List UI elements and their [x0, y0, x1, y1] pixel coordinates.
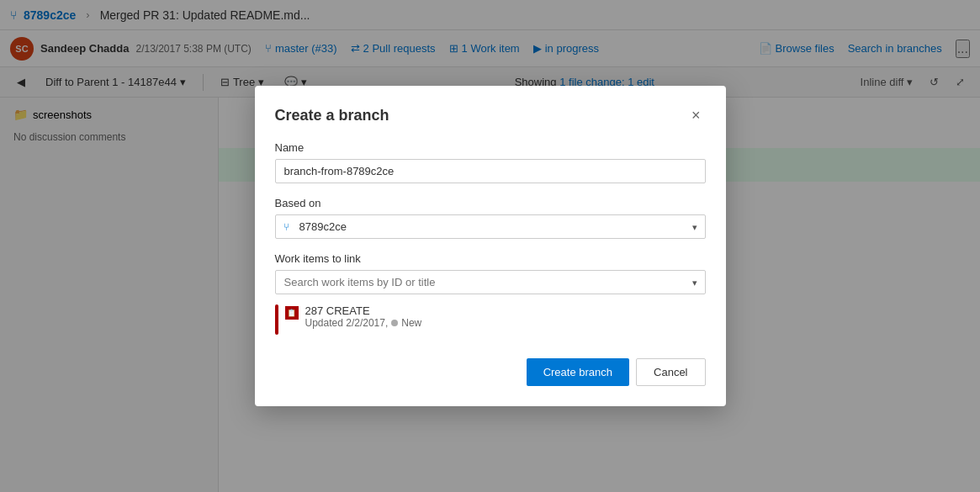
work-item-updated: Updated 2/2/2017, — [305, 317, 389, 329]
work-item-meta: Updated 2/2/2017, New — [305, 317, 422, 329]
modal-footer: Create branch Cancel — [275, 358, 706, 386]
modal-title: Create a branch — [275, 107, 389, 124]
work-item-priority-bar — [275, 304, 278, 335]
work-item-search-input[interactable] — [275, 270, 706, 294]
work-item-type-icon: 📋 — [285, 306, 299, 320]
work-item-title: 287 CREATE — [305, 304, 422, 317]
branch-name-input[interactable] — [275, 159, 706, 183]
name-form-group: Name — [275, 141, 706, 183]
based-on-wrapper: ⑂ 8789c2ce ▾ — [275, 214, 706, 239]
based-on-select[interactable]: 8789c2ce — [275, 214, 706, 239]
work-items-label: Work items to link — [275, 252, 706, 265]
work-item-search-wrapper: ▾ — [275, 270, 706, 294]
work-item-result: 📋 287 CREATE Updated 2/2/2017, New — [275, 301, 706, 338]
modal-close-button[interactable]: × — [686, 106, 706, 124]
modal-overlay: Create a branch × Name Based on ⑂ 8789c2… — [0, 0, 980, 492]
modal-header: Create a branch × — [275, 106, 706, 124]
based-on-form-group: Based on ⑂ 8789c2ce ▾ — [275, 197, 706, 239]
create-branch-modal: Create a branch × Name Based on ⑂ 8789c2… — [255, 86, 726, 406]
create-branch-button[interactable]: Create branch — [527, 358, 629, 386]
based-on-branch-icon: ⑂ — [283, 221, 289, 233]
work-item-status-dot — [391, 320, 398, 326]
work-items-form-group: Work items to link ▾ 📋 287 CREATE Update… — [275, 252, 706, 338]
cancel-button[interactable]: Cancel — [636, 358, 705, 386]
work-item-details: 287 CREATE Updated 2/2/2017, New — [305, 304, 422, 329]
name-label: Name — [275, 141, 706, 154]
work-item-status: New — [401, 317, 421, 329]
based-on-label: Based on — [275, 197, 706, 209]
